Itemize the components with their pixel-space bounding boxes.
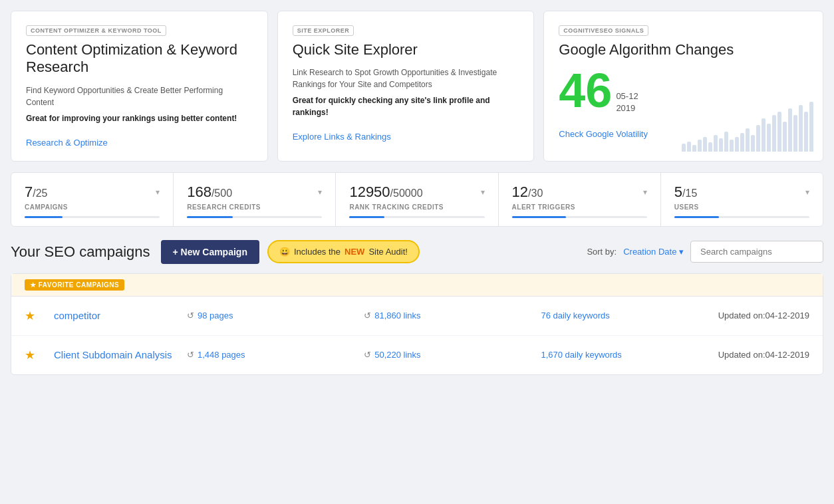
chart-bar: [788, 108, 792, 152]
chart-bar: [735, 137, 739, 152]
chart-bar: [703, 137, 707, 152]
chart-bar: [740, 133, 744, 152]
star-icon: ★: [25, 309, 35, 323]
algo-signals-link[interactable]: Check Google Volatility: [559, 129, 648, 139]
stat-item-alert_triggers: 12/30 ▾ ALERT TRIGGERS: [499, 173, 661, 226]
badge-suffix: Site Audit!: [368, 247, 408, 257]
stat-chevron-alert_triggers[interactable]: ▾: [643, 188, 647, 197]
stat-label-campaigns: CAMPAIGNS: [25, 203, 160, 211]
chart-bar: [714, 135, 718, 152]
campaign-pages[interactable]: ↺1,448 pages: [187, 350, 350, 360]
refresh-icon: ↺: [364, 311, 371, 320]
refresh-icon: ↺: [187, 350, 194, 360]
campaign-row: ★ Client Subdomain Analysis ↺1,448 pages…: [11, 336, 823, 374]
campaigns-title: Your SEO campaigns: [11, 243, 150, 261]
chart-bar: [804, 112, 808, 152]
algo-number: 46: [559, 66, 612, 114]
chart-bar: [682, 144, 686, 152]
stat-value-alert_triggers: 12/30: [512, 184, 543, 201]
sort-by-dropdown[interactable]: Creation Date ▾: [623, 247, 684, 257]
stat-item-research_credits: 168/500 ▾ RESEARCH CREDITS: [174, 173, 336, 226]
badge-new: NEW: [345, 247, 364, 257]
stat-bar-fill-research_credits: [187, 216, 233, 218]
campaign-links[interactable]: ↺50,220 links: [364, 350, 527, 360]
chart-bar: [799, 105, 803, 152]
content-optimizer-tag: CONTENT OPTIMIZER & KEYWORD TOOL: [26, 25, 166, 36]
stat-value-users: 5/15: [674, 184, 698, 201]
site-explorer-tag: SITE EXPLORER: [293, 25, 354, 36]
new-campaign-button[interactable]: + New Campaign: [161, 240, 259, 264]
stat-bar-fill-users: [674, 216, 719, 218]
site-explorer-desc2: Great for quickly checking any site's li…: [293, 94, 519, 118]
chart-bar: [767, 124, 771, 152]
campaigns-container: ★ FAVORITE CAMPAIGNS ★ competitor ↺98 pa…: [11, 273, 823, 375]
chart-bar: [687, 142, 691, 152]
stat-bar-fill-rank_tracking: [349, 216, 384, 218]
algo-signals-card: COGNITIVESEO SIGNALS Google Algorithm Ch…: [543, 11, 823, 162]
site-explorer-desc1: Link Research to Spot Growth Opportuniti…: [293, 66, 519, 90]
chart-bar: [730, 140, 734, 152]
campaign-name[interactable]: competitor: [54, 310, 174, 321]
stat-label-users: USERS: [674, 203, 809, 211]
campaign-keywords[interactable]: 1,670 daily keywords: [541, 350, 704, 360]
stat-header-research_credits: 168/500 ▾: [187, 184, 322, 201]
content-optimizer-card: CONTENT OPTIMIZER & KEYWORD TOOL Content…: [11, 11, 268, 162]
site-explorer-link[interactable]: Explore Links & Rankings: [293, 132, 391, 142]
stat-chevron-research_credits[interactable]: ▾: [318, 188, 322, 197]
campaigns-list: ★ competitor ↺98 pages ↺81,860 links 76 …: [11, 297, 823, 374]
main-container: CONTENT OPTIMIZER & KEYWORD TOOL Content…: [0, 0, 834, 386]
stat-bar-track-campaigns: [25, 216, 160, 218]
chart-bar: [698, 140, 702, 152]
badge-emoji: 😀: [279, 247, 290, 257]
chart-bar: [783, 122, 787, 152]
chart-bar: [777, 112, 781, 152]
site-explorer-title: Quick Site Explorer: [293, 41, 519, 59]
sort-label: Sort by:: [587, 247, 617, 257]
campaign-updated: Updated on:04-12-2019: [718, 311, 809, 320]
stat-bar-track-users: [674, 216, 809, 218]
stat-value-rank_tracking: 12950/50000: [349, 184, 422, 201]
stat-chevron-rank_tracking[interactable]: ▾: [481, 188, 485, 197]
stat-header-rank_tracking: 12950/50000 ▾: [349, 184, 484, 201]
stat-chevron-campaigns[interactable]: ▾: [156, 188, 160, 197]
content-optimizer-desc2: Great for improving your rankings using …: [26, 112, 253, 124]
star-icon: ★: [25, 348, 35, 362]
stat-bar-track-research_credits: [187, 216, 322, 218]
badge-prefix: Includes the: [294, 247, 341, 257]
campaigns-header: Your SEO campaigns + New Campaign 😀 Incl…: [11, 240, 823, 264]
favorite-campaigns-header: ★ FAVORITE CAMPAIGNS: [11, 274, 823, 297]
algo-signals-tag: COGNITIVESEO SIGNALS: [559, 25, 648, 36]
chart-bar: [692, 145, 696, 152]
site-explorer-card: SITE EXPLORER Quick Site Explorer Link R…: [277, 11, 535, 162]
sort-area: Sort by: Creation Date ▾: [587, 241, 823, 263]
stat-chevron-users[interactable]: ▾: [805, 188, 809, 197]
stat-bar-fill-alert_triggers: [512, 216, 566, 218]
site-audit-badge[interactable]: 😀 Includes the NEW Site Audit!: [267, 240, 420, 263]
chart-bar: [746, 128, 750, 152]
chart-bar: [793, 115, 797, 152]
campaign-row: ★ competitor ↺98 pages ↺81,860 links 76 …: [11, 297, 823, 336]
stat-item-campaigns: 7/25 ▾ CAMPAIGNS: [11, 173, 174, 226]
refresh-icon: ↺: [187, 311, 194, 320]
content-optimizer-link[interactable]: Research & Optimize: [26, 138, 108, 148]
stat-item-users: 5/15 ▾ USERS: [661, 173, 823, 226]
stat-header-campaigns: 7/25 ▾: [25, 184, 160, 201]
campaign-name[interactable]: Client Subdomain Analysis: [54, 349, 174, 360]
stat-header-alert_triggers: 12/30 ▾: [512, 184, 647, 201]
stat-value-campaigns: 7/25: [25, 184, 48, 201]
search-campaigns-input[interactable]: [690, 241, 823, 263]
favorite-tag: ★ FAVORITE CAMPAIGNS: [25, 279, 124, 291]
campaign-pages[interactable]: ↺98 pages: [187, 311, 350, 320]
refresh-icon: ↺: [364, 350, 371, 360]
stat-bar-fill-campaigns: [25, 216, 63, 218]
stat-label-rank_tracking: RANK TRACKING CREDITS: [349, 203, 484, 211]
content-optimizer-desc1: Find Keyword Opportunities & Create Bett…: [26, 84, 253, 108]
top-cards-row: CONTENT OPTIMIZER & KEYWORD TOOL Content…: [11, 11, 823, 162]
stat-bar-track-alert_triggers: [512, 216, 647, 218]
stat-bar-track-rank_tracking: [349, 216, 484, 218]
campaign-links[interactable]: ↺81,860 links: [364, 311, 527, 320]
campaign-keywords[interactable]: 76 daily keywords: [541, 311, 704, 320]
chart-bar: [772, 115, 776, 152]
chart-bar: [762, 118, 765, 152]
stat-header-users: 5/15 ▾: [674, 184, 809, 201]
